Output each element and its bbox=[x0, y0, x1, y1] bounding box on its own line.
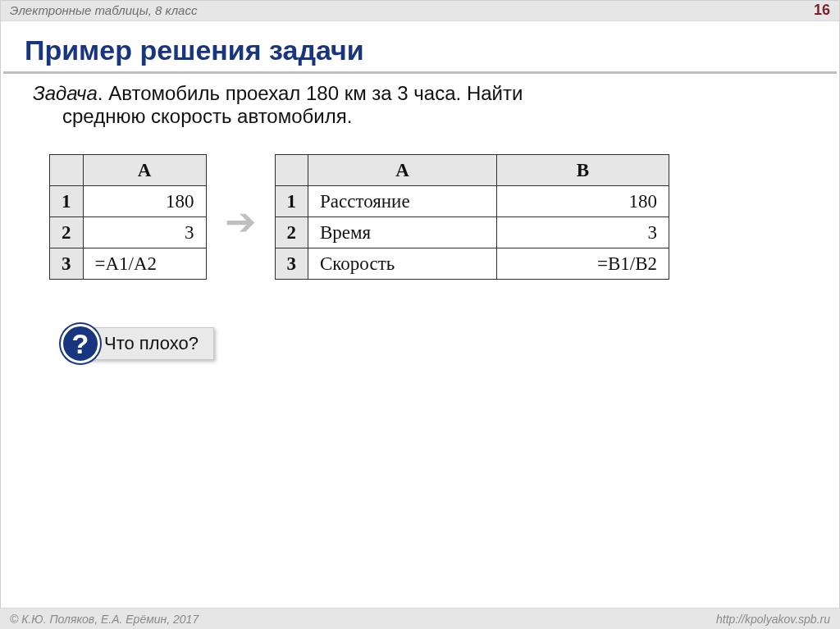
table-row: 3 =A1/A2 bbox=[50, 248, 207, 280]
table2-col-B: B bbox=[497, 155, 669, 186]
problem-text-1: . Автомобиль проехал 180 км за 3 часа. Н… bbox=[98, 82, 523, 104]
table1-A3: =A1/A2 bbox=[83, 248, 206, 280]
table2-row3-hdr: 3 bbox=[275, 248, 308, 280]
table2-A2: Время bbox=[308, 217, 497, 248]
table1-row2-hdr: 2 bbox=[50, 217, 84, 248]
table2-corner bbox=[275, 155, 308, 186]
table1-row3-hdr: 3 bbox=[50, 248, 84, 280]
footer-copyright: © К.Ю. Поляков, Е.А. Ерёмин, 2017 bbox=[10, 613, 199, 626]
table-row: 1 Расстояние 180 bbox=[275, 186, 669, 217]
table1-corner bbox=[50, 155, 84, 186]
table2-row1-hdr: 1 bbox=[275, 186, 308, 217]
table2-B1: 180 bbox=[497, 186, 669, 217]
callout: ? Что плохо? bbox=[61, 324, 807, 363]
table1-A1: 180 bbox=[83, 186, 206, 217]
problem-label: Задача bbox=[33, 82, 98, 104]
footer-url: http://kpolyakov.spb.ru bbox=[716, 613, 830, 626]
table2-row2-hdr: 2 bbox=[275, 217, 308, 248]
table-row: 1 180 bbox=[50, 186, 207, 217]
table2-A3: Скорость bbox=[308, 248, 497, 280]
question-mark-icon: ? bbox=[61, 324, 100, 363]
table1-A2: 3 bbox=[83, 217, 206, 248]
table-row: 2 3 bbox=[50, 217, 207, 248]
table-row: 2 Время 3 bbox=[275, 217, 669, 248]
footer-bar: © К.Ю. Поляков, Е.А. Ерёмин, 2017 http:/… bbox=[0, 608, 840, 629]
course-label: Электронные таблицы, 8 класс bbox=[10, 3, 197, 17]
table2-B3: =B1/B2 bbox=[497, 248, 669, 280]
table2-B2: 3 bbox=[497, 217, 669, 248]
table2-col-A: A bbox=[308, 155, 497, 186]
page-number: 16 bbox=[814, 2, 830, 19]
table2-A1: Расстояние bbox=[308, 186, 497, 217]
spreadsheet-table-left: A 1 180 2 3 3 =A1/A2 bbox=[49, 154, 207, 280]
top-bar: Электронные таблицы, 8 класс 16 bbox=[0, 0, 840, 21]
table1-col-A: A bbox=[83, 155, 206, 186]
problem-text-2: среднюю скорость автомобиля. bbox=[33, 105, 807, 128]
callout-text: Что плохо? bbox=[85, 327, 214, 360]
table-row: 3 Скорость =B1/B2 bbox=[275, 248, 669, 280]
spreadsheet-table-right: A B 1 Расстояние 180 2 Время 3 3 Скорост… bbox=[275, 154, 670, 280]
arrow-right-icon: ➔ bbox=[225, 203, 257, 240]
table1-row1-hdr: 1 bbox=[50, 186, 84, 217]
slide-title: Пример решения задачи bbox=[0, 21, 840, 68]
problem-statement: Задача. Автомобиль проехал 180 км за 3 ч… bbox=[33, 82, 807, 128]
